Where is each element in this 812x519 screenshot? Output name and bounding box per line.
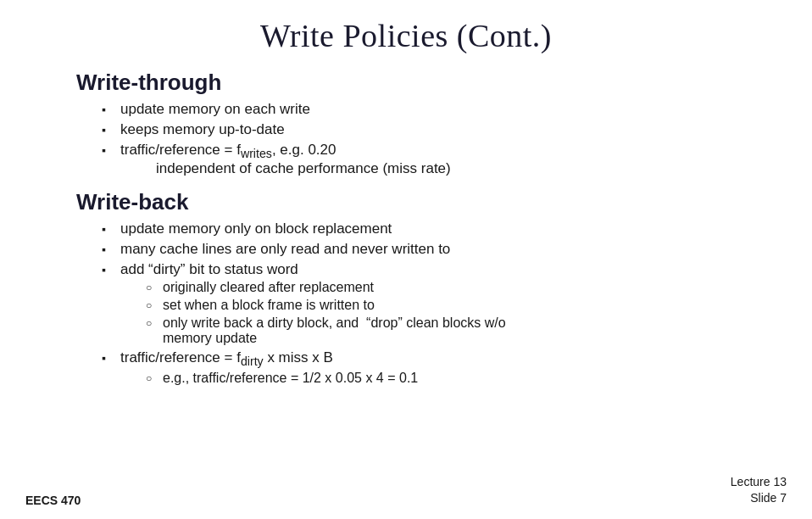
write-back-header: Write-back: [76, 189, 761, 215]
write-back-bullets: update memory only on block replacement …: [102, 220, 761, 385]
list-item: keeps memory up-to-date: [102, 121, 761, 138]
write-through-header: Write-through: [76, 70, 761, 96]
list-item: traffic/reference = fdirty x miss x B e.…: [102, 349, 761, 385]
slide-number-line1: Lecture 13: [731, 475, 787, 488]
slide-title: Write Policies (Cont.): [51, 17, 761, 54]
list-item: only write back a dirty block, and “drop…: [146, 315, 761, 346]
slide: Write Policies (Cont.) Write-through upd…: [0, 0, 812, 519]
list-item: originally cleared after replacement: [146, 280, 761, 295]
write-back-section: Write-back update memory only on block r…: [51, 189, 761, 385]
list-item: update memory only on block replacement: [102, 220, 761, 237]
write-through-section: Write-through update memory on each writ…: [51, 70, 761, 177]
footer: EECS 470: [25, 494, 81, 507]
list-item: e.g., traffic/reference = 1/2 x 0.05 x 4…: [146, 371, 761, 386]
slide-number-line2: Slide 7: [750, 491, 787, 505]
indent-text: independent of cache performance (miss r…: [156, 160, 761, 177]
list-item: many cache lines are only read and never…: [102, 241, 761, 258]
list-item: traffic/reference = fwrites, e.g. 0.20 i…: [102, 142, 761, 177]
slide-number: Lecture 13 Slide 7: [731, 474, 787, 507]
traffic-subbullets: e.g., traffic/reference = 1/2 x 0.05 x 4…: [146, 371, 761, 386]
list-item: update memory on each write: [102, 101, 761, 118]
list-item: add “dirty” bit to status word originall…: [102, 261, 761, 346]
write-through-bullets: update memory on each write keeps memory…: [102, 101, 761, 177]
list-item: set when a block frame is written to: [146, 298, 761, 313]
dirty-bit-subbullets: originally cleared after replacement set…: [146, 280, 761, 346]
